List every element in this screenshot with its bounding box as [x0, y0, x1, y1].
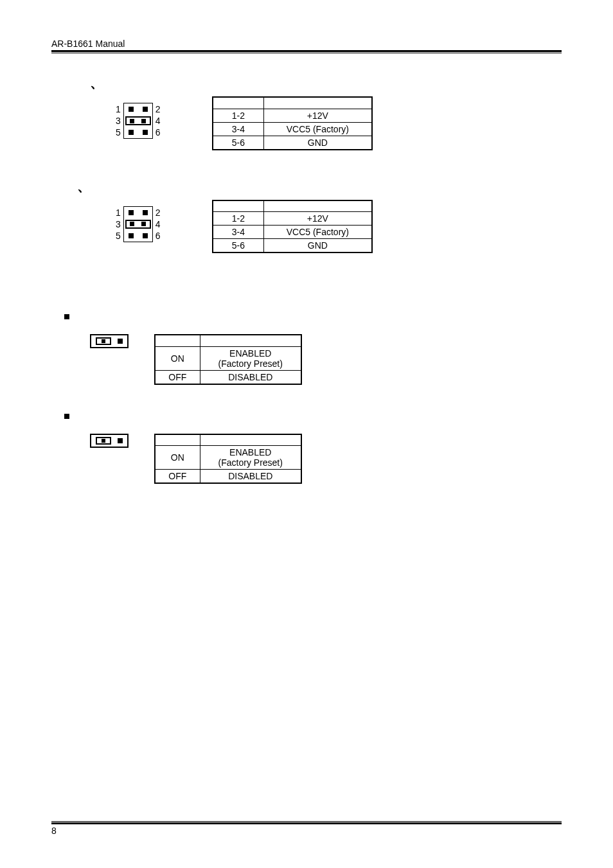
pin-label: 2	[155, 103, 161, 115]
jumper-table-a: 1-2+12V 3-4VCC5 (Factory) 5-6GND	[212, 96, 373, 150]
jumper-table-c: ONENABLED(Factory Preset) OFFDISABLED	[154, 334, 302, 385]
jumper-diagram-a: 1 3 5 2 4 6	[116, 103, 161, 139]
pin-label: 1	[116, 103, 121, 115]
pin-icon	[143, 233, 148, 238]
pin-icon	[143, 130, 148, 135]
jumper-short-icon	[96, 437, 111, 445]
pin-label: 1	[116, 207, 121, 218]
pin-icon	[118, 438, 123, 443]
header-rule-thin	[51, 53, 562, 53]
pin-label: 4	[155, 115, 161, 127]
jumper2-diagram-c	[90, 334, 129, 348]
doc-title: AR-B1661 Manual	[51, 39, 562, 49]
jumper-short-icon	[125, 220, 151, 229]
section-tick-b: 、	[77, 179, 562, 193]
pin-icon	[129, 210, 134, 215]
page-footer: 8	[51, 821, 562, 836]
header-rule-thick	[51, 50, 562, 52]
pin-icon	[143, 107, 148, 112]
pin-icon	[129, 130, 134, 135]
page-number: 8	[51, 826, 562, 836]
jumper-diagram-b: 1 3 5 2 4 6	[116, 206, 161, 242]
jumper2-diagram-d	[90, 434, 129, 448]
pin-icon	[118, 339, 123, 344]
pin-label: 2	[155, 207, 161, 218]
jumper-short-icon	[96, 337, 111, 345]
jumper-table-b: 1-2+12V 3-4VCC5 (Factory) 5-6GND	[212, 200, 373, 254]
pin-label: 3	[116, 115, 121, 127]
jumper-table-d: ONENABLED(Factory Preset) OFFDISABLED	[154, 434, 302, 484]
pin-label: 5	[116, 127, 121, 138]
pin-icon	[129, 107, 134, 112]
pin-label: 4	[155, 218, 161, 230]
pin-label: 6	[155, 127, 161, 138]
jumper-short-icon	[125, 116, 151, 125]
bullet-icon	[64, 414, 69, 419]
section-tick-a: 、	[90, 76, 562, 90]
bullet-icon	[64, 314, 69, 319]
pin-icon	[143, 210, 148, 215]
pin-label: 3	[116, 218, 121, 230]
pin-icon	[129, 233, 134, 238]
pin-label: 6	[155, 230, 161, 242]
pin-label: 5	[116, 230, 121, 242]
